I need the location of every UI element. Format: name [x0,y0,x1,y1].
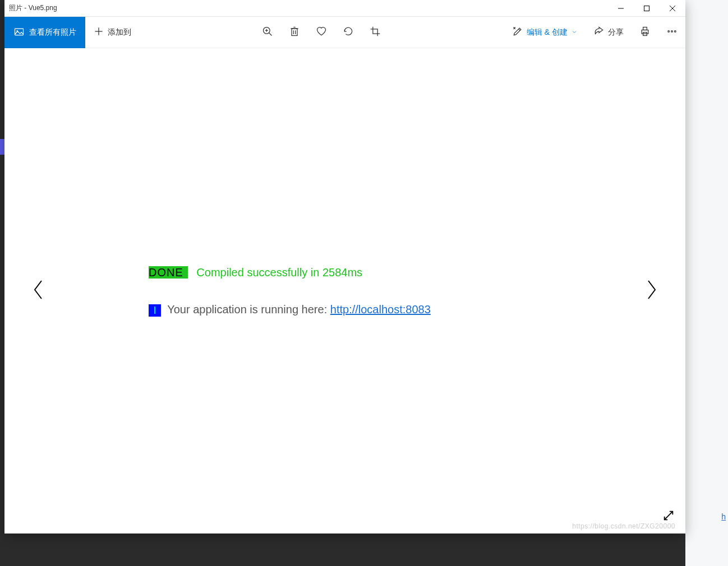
next-button[interactable] [641,274,663,308]
window-title: 照片 - Vue5.png [9,3,57,13]
zoom-in-icon [262,26,273,39]
favorite-button[interactable] [308,17,335,48]
maximize-button[interactable] [634,0,660,17]
titlebar: 照片 - Vue5.png [4,0,685,17]
share-button[interactable]: 分享 [586,17,632,48]
rotate-button[interactable] [335,17,362,48]
toolbar-right: 编辑 & 创建 分享 [504,17,685,48]
displayed-image: DONE Compiled successfully in 2584ms I Y… [149,265,541,317]
svg-rect-1 [644,6,649,11]
expand-icon [662,509,675,524]
share-label: 分享 [608,27,624,38]
zoom-button[interactable] [254,17,281,48]
svg-point-22 [675,31,676,33]
toolbar: 查看所有照片 添加到 [4,17,685,48]
toolbar-center [254,17,389,48]
more-button[interactable] [658,17,685,48]
svg-point-21 [671,31,673,33]
edit-create-label: 编辑 & 创建 [527,27,568,38]
edit-icon [512,26,523,39]
share-icon [593,26,605,39]
svg-rect-19 [643,27,647,30]
image-viewer: DONE Compiled successfully in 2584ms I Y… [4,48,685,533]
info-badge: I [149,304,161,317]
rotate-icon [343,26,354,39]
print-icon [639,26,651,39]
svg-rect-17 [642,30,648,34]
svg-rect-4 [15,29,24,35]
heart-icon [316,26,327,39]
localhost-link: http://localhost:8083 [330,303,431,316]
print-button[interactable] [632,17,658,48]
view-all-photos-button[interactable]: 查看所有照片 [4,17,85,48]
done-badge: DONE [149,266,188,279]
fullscreen-button[interactable] [660,508,678,526]
running-line: I Your application is running here: http… [149,302,541,317]
close-button[interactable] [660,0,685,17]
more-icon [666,26,678,39]
compile-message: Compiled successfully in 2584ms [193,266,362,279]
add-to-button[interactable]: 添加到 [85,17,139,48]
view-all-label: 查看所有照片 [29,27,76,38]
chevron-left-icon [31,279,45,303]
window-buttons [608,0,685,17]
minimize-button[interactable] [608,0,634,17]
crop-button[interactable] [362,17,389,48]
svg-point-20 [668,31,670,33]
photos-window: 照片 - Vue5.png 查看所有照片 添加到 [4,0,685,533]
compile-status-line: DONE Compiled successfully in 2584ms [149,265,541,280]
edit-create-button[interactable]: 编辑 & 创建 [504,17,586,48]
background-link-fragment: h [721,512,726,521]
chevron-down-icon [571,28,578,37]
running-message: Your application is running here: [164,303,330,316]
background-accent [0,139,4,155]
trash-icon [289,26,300,39]
svg-line-9 [269,33,272,36]
svg-rect-12 [292,29,297,36]
titlebar-left: 照片 - Vue5.png [4,3,57,13]
delete-button[interactable] [281,17,308,48]
crop-icon [370,26,381,39]
background-strip [685,0,728,566]
add-to-label: 添加到 [108,27,131,38]
plus-icon [93,26,104,39]
svg-line-23 [665,512,673,520]
previous-button[interactable] [27,274,49,308]
collection-icon [13,26,25,39]
chevron-right-icon [645,279,658,303]
